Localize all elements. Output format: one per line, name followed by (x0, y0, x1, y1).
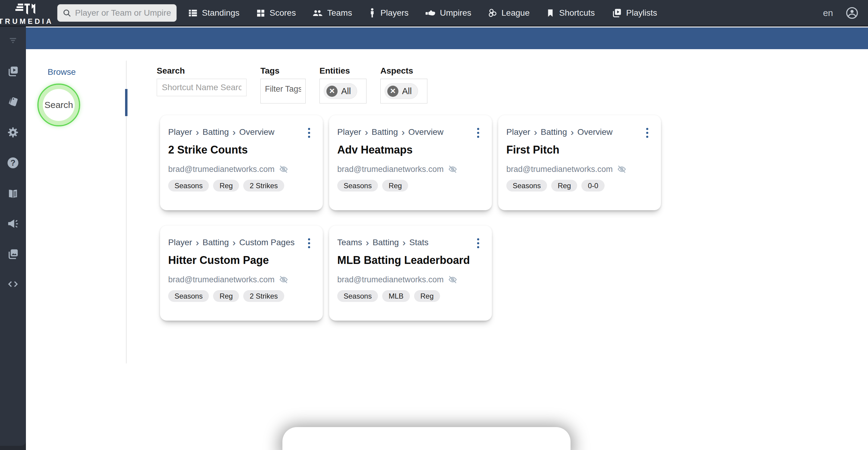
trumedia-logo-icon (16, 2, 36, 16)
nav-item-playlists[interactable]: Playlists (611, 8, 657, 18)
breadcrumb-segment: Batting (203, 238, 229, 247)
bottom-peek-shadow (282, 427, 570, 450)
filter-aspects-label: Aspects (380, 66, 427, 76)
teams-icon (312, 8, 323, 18)
aspects-all-pill: ✕ All (384, 83, 418, 99)
remove-filter-icon[interactable]: ✕ (327, 86, 338, 97)
card-owner-email: brad@trumedianetworks.com (337, 165, 444, 174)
playlists-icon[interactable] (7, 65, 19, 77)
filter-tags-input[interactable] (265, 85, 301, 94)
filter-entities: Entities ✕ All (319, 66, 367, 103)
tag-pill: 2 Strikes (243, 290, 284, 302)
code-icon[interactable] (7, 279, 19, 290)
card-title: MLB Batting Leaderboard (337, 254, 480, 267)
card-menu-kebab-icon[interactable] (476, 237, 480, 249)
eye-off-icon (447, 274, 458, 285)
entities-all-pill: ✕ All (324, 83, 357, 99)
global-search[interactable] (57, 4, 177, 22)
trumedia-logo[interactable]: TRUMEDIA (0, 0, 52, 26)
remove-filter-icon[interactable]: ✕ (387, 86, 398, 97)
language-selector[interactable]: en (823, 8, 833, 18)
nav-label: League (501, 8, 530, 18)
tag-pill: 2 Strikes (243, 180, 284, 191)
shortcuts-icon (546, 8, 555, 18)
help-icon[interactable]: ? (7, 157, 19, 168)
chevron-right-icon: › (195, 128, 199, 136)
left-sidebar: ? (0, 27, 26, 450)
breadcrumb: Player›Batting›Overview (168, 127, 298, 137)
card-owner-email: brad@trumedianetworks.com (168, 275, 275, 284)
card-menu-kebab-icon[interactable] (307, 127, 311, 139)
account-icon[interactable] (845, 6, 859, 20)
entities-box[interactable]: ✕ All (319, 79, 367, 103)
filter-icon[interactable] (8, 35, 18, 45)
breadcrumb-segment: Custom Pages (239, 238, 295, 247)
card-owner-email: brad@trumedianetworks.com (337, 275, 444, 284)
chevron-right-icon: › (366, 238, 369, 247)
nav-item-league[interactable]: League (488, 8, 530, 18)
shortcut-card[interactable]: Player›Batting›Custom PagesHitter Custom… (160, 226, 323, 321)
card-menu-kebab-icon[interactable] (476, 127, 480, 139)
global-search-input[interactable] (75, 8, 172, 18)
card-menu-kebab-icon[interactable] (307, 237, 311, 249)
nav-item-teams[interactable]: Teams (312, 8, 352, 18)
card-menu-kebab-icon[interactable] (645, 127, 650, 139)
shortcut-card[interactable]: Player›Batting›Overview2 Strike Countsbr… (160, 115, 323, 210)
card-title: Hitter Custom Page (168, 254, 311, 267)
shortcut-name-search-input[interactable] (157, 79, 247, 96)
tag-pill: 0-0 (581, 180, 604, 191)
breadcrumb-segment: Player (168, 238, 192, 247)
card-tags: SeasonsMLBReg (337, 290, 480, 302)
breadcrumb-segment: Overview (239, 127, 275, 137)
shortcut-card[interactable]: Player›Batting›OverviewFirst Pitchbrad@t… (498, 115, 661, 210)
shortcut-card[interactable]: Teams›Batting›StatsMLB Batting Leaderboa… (329, 226, 492, 321)
standings-icon (188, 8, 198, 18)
sidebar-item-search-highlighted[interactable]: Search (37, 84, 80, 126)
scores-icon (256, 8, 266, 18)
filter-tags-label: Tags (260, 66, 306, 76)
breadcrumb-segment: Player (506, 127, 530, 137)
chevron-right-icon: › (402, 238, 406, 247)
chevron-right-icon: › (401, 128, 405, 136)
nav-item-standings[interactable]: Standings (188, 8, 240, 18)
chevron-right-icon: › (570, 128, 574, 136)
aspects-all-label: All (402, 86, 412, 96)
settings-icon[interactable] (7, 126, 19, 139)
chevron-right-icon: › (232, 128, 236, 136)
sidebar-item-browse[interactable]: Browse (48, 67, 76, 77)
breadcrumb-segment: Player (168, 127, 192, 137)
tag-pill: Reg (414, 290, 440, 302)
tags-icon[interactable] (7, 96, 19, 108)
nav-item-scores[interactable]: Scores (256, 8, 296, 18)
media-icon[interactable] (7, 248, 19, 260)
search-icon (62, 8, 71, 18)
card-title: 2 Strike Counts (168, 144, 311, 156)
nav-item-umpires[interactable]: Umpires (425, 8, 471, 18)
panel-scroll-indicator[interactable] (125, 89, 127, 116)
nav-label: Playlists (626, 8, 657, 18)
announcements-icon[interactable] (7, 218, 19, 230)
eye-off-icon (278, 164, 289, 175)
chevron-right-icon: › (365, 128, 368, 136)
docs-icon[interactable] (7, 188, 19, 200)
nav-menu: Standings Scores Teams Players (188, 8, 657, 18)
breadcrumb-segment: Batting (203, 127, 229, 137)
brand-text: TRUMEDIA (0, 17, 53, 26)
breadcrumb: Player›Batting›Overview (506, 127, 636, 137)
card-tags: SeasonsReg0-0 (506, 180, 649, 191)
nav-item-players[interactable]: Players (368, 8, 408, 18)
league-icon (488, 8, 497, 18)
shortcut-card[interactable]: Player›Batting›OverviewAdv Heatmapsbrad@… (329, 115, 492, 210)
aspects-box[interactable]: ✕ All (380, 79, 427, 103)
main-content: Browse Search Search Tags Entities ✕ All (26, 49, 868, 450)
tag-pill: Reg (382, 180, 408, 191)
chevron-right-icon: › (232, 238, 236, 247)
card-tags: SeasonsReg (337, 180, 480, 191)
filter-entities-label: Entities (319, 66, 367, 76)
nav-label: Players (380, 8, 408, 18)
nav-label: Teams (327, 8, 352, 18)
nav-item-shortcuts[interactable]: Shortcuts (546, 8, 595, 18)
breadcrumb-segment: Overview (578, 127, 613, 137)
players-icon (368, 8, 376, 18)
eye-off-icon (616, 164, 627, 175)
